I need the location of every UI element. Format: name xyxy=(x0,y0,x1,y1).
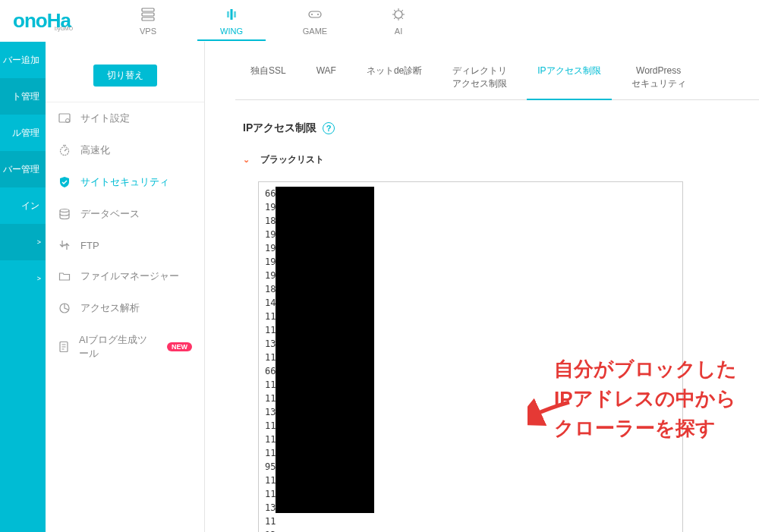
sidebar1-label: バー追加 xyxy=(3,54,39,67)
chevron-right-icon: > xyxy=(37,275,41,282)
svg-line-16 xyxy=(402,10,404,12)
subsection-label: ブラックリスト xyxy=(260,153,324,166)
sidebar1-item-expand1[interactable]: > xyxy=(0,224,46,260)
svg-rect-6 xyxy=(309,11,321,17)
blacklist-header[interactable]: ⌄ ブラックリスト xyxy=(243,153,759,166)
ai-icon xyxy=(392,8,405,25)
primary-sidebar: バー追加 ト管理 ル管理 バー管理 イン > > xyxy=(0,42,46,532)
transfer-icon xyxy=(58,239,71,251)
sidebar1-item-login[interactable]: イン xyxy=(0,187,46,224)
svg-point-23 xyxy=(60,209,69,212)
topnav-label: AI xyxy=(395,27,402,36)
sidebar1-item-manage2[interactable]: ル管理 xyxy=(0,115,46,151)
site-settings-icon xyxy=(58,112,71,124)
topnav-wing[interactable]: WING xyxy=(190,2,273,40)
tab-label: ディレクトリ アクセス制限 xyxy=(452,65,507,89)
topnav-label: VPS xyxy=(140,27,156,36)
svg-rect-1 xyxy=(142,13,154,16)
topnav-label: GAME xyxy=(303,27,327,36)
section-title-text: IPアクセス制限 xyxy=(243,121,317,135)
svg-rect-5 xyxy=(234,11,236,17)
sidebar2-label: 高速化 xyxy=(80,143,110,157)
tab-ip-access[interactable]: IPアクセス制限 xyxy=(522,57,616,99)
svg-rect-2 xyxy=(142,17,154,20)
chevron-right-icon: > xyxy=(37,238,41,246)
svg-rect-0 xyxy=(142,8,154,11)
sidebar1-item-expand2[interactable]: > xyxy=(0,260,46,297)
svg-line-17 xyxy=(394,17,396,20)
tab-label: IPアクセス制限 xyxy=(537,65,600,76)
shield-check-icon xyxy=(58,176,71,188)
sidebar1-label: イン xyxy=(21,200,39,212)
sidebar2-ai-blog[interactable]: AIブログ生成ツール NEW xyxy=(46,324,204,370)
topnav-ai[interactable]: AI xyxy=(357,2,440,40)
document-icon xyxy=(58,341,70,353)
logo[interactable]: onoHa byGMO xyxy=(0,0,83,42)
topnav-label: WING xyxy=(220,27,243,36)
help-icon[interactable]: ? xyxy=(323,122,335,134)
tab-label: WordPress セキュリティ xyxy=(631,65,686,89)
sidebar2-label: AIブログ生成ツール xyxy=(79,333,155,360)
topnav-game[interactable]: GAME xyxy=(273,2,357,40)
sidebar1-item-manage3[interactable]: バー管理 xyxy=(0,151,46,187)
sidebar1-label: バー管理 xyxy=(3,163,39,176)
sidebar1-label: ル管理 xyxy=(12,127,39,140)
sidebar2-site-settings[interactable]: サイト設定 xyxy=(46,102,204,134)
database-icon xyxy=(58,208,71,220)
ip-textarea[interactable]: 6619181919191918141111131166111113111111… xyxy=(258,181,683,532)
svg-rect-3 xyxy=(231,9,233,20)
tab-strip: 独自SSL WAF ネットde診断 ディレクトリ アクセス制限 IPアクセス制限… xyxy=(235,57,759,100)
ip-line: 11 xyxy=(265,515,676,528)
redaction-overlay xyxy=(276,187,374,513)
server-icon xyxy=(140,8,156,25)
tab-label: 独自SSL xyxy=(250,65,286,76)
sidebar2-label: アクセス解析 xyxy=(80,301,140,315)
tab-directory[interactable]: ディレクトリ アクセス制限 xyxy=(437,57,522,99)
tab-wordpress[interactable]: WordPress セキュリティ xyxy=(616,57,701,99)
tab-waf[interactable]: WAF xyxy=(301,57,351,99)
logo-subtext: byGMO xyxy=(55,26,73,31)
sidebar2-label: サイトセキュリティ xyxy=(80,175,169,189)
header: onoHa byGMO VPS WING GAME AI xyxy=(0,0,759,42)
svg-point-8 xyxy=(317,14,319,15)
tab-label: WAF xyxy=(317,65,336,76)
sidebar2-database[interactable]: データベース xyxy=(46,198,204,230)
analytics-icon xyxy=(58,302,71,314)
sidebar2-label: データベース xyxy=(80,207,140,221)
ip-line: 13 xyxy=(265,528,676,532)
top-nav: VPS WING GAME AI xyxy=(106,2,440,40)
section-title: IPアクセス制限 ? xyxy=(243,121,759,135)
sidebar1-item-manage1[interactable]: ト管理 xyxy=(0,78,46,115)
svg-line-15 xyxy=(402,17,404,20)
sidebar2-label: ファイルマネージャー xyxy=(80,269,179,283)
wing-icon xyxy=(224,8,239,25)
sidebar2-analytics[interactable]: アクセス解析 xyxy=(46,292,204,324)
sidebar2-file-manager[interactable]: ファイルマネージャー xyxy=(46,260,204,292)
folder-icon xyxy=(58,270,71,282)
new-badge: NEW xyxy=(167,342,192,351)
tab-netde[interactable]: ネットde診断 xyxy=(351,57,437,99)
svg-rect-4 xyxy=(227,11,229,17)
sidebar2-site-security[interactable]: サイトセキュリティ xyxy=(46,166,204,198)
tab-ssl[interactable]: 独自SSL xyxy=(235,57,301,99)
sidebar2-speed[interactable]: 高速化 xyxy=(46,134,204,166)
sidebar2-label: FTP xyxy=(80,240,99,251)
sidebar1-item-add[interactable]: バー追加 xyxy=(0,42,46,78)
switch-button[interactable]: 切り替え xyxy=(93,65,157,87)
main-content: 独自SSL WAF ネットde診断 ディレクトリ アクセス制限 IPアクセス制限… xyxy=(205,42,759,532)
secondary-sidebar: 切り替え サイト設定 高速化 サイトセキュリティ データベース FTP ファイル… xyxy=(46,42,205,532)
svg-point-7 xyxy=(311,14,313,15)
svg-line-14 xyxy=(394,10,396,12)
gamepad-icon xyxy=(307,8,323,25)
tab-label: ネットde診断 xyxy=(367,65,422,76)
svg-rect-18 xyxy=(59,114,70,122)
sidebar1-label: ト管理 xyxy=(12,90,39,103)
topnav-vps[interactable]: VPS xyxy=(106,2,190,40)
sidebar2-ftp[interactable]: FTP xyxy=(46,230,204,260)
sidebar2-label: サイト設定 xyxy=(80,112,130,125)
svg-line-21 xyxy=(65,149,67,151)
stopwatch-icon xyxy=(58,144,71,156)
chevron-down-icon: ⌄ xyxy=(243,155,250,165)
